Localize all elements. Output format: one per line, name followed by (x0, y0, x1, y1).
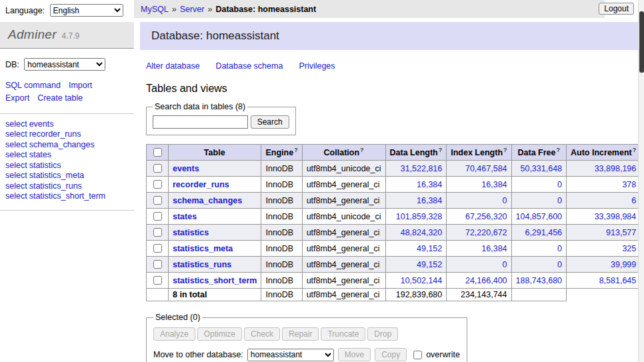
breadcrumb-mysql-link[interactable]: MySQL (141, 5, 169, 14)
data-length-link[interactable]: 31,522,816 (401, 164, 443, 173)
row-checkbox[interactable] (153, 228, 162, 237)
table-name-link[interactable]: schema_changes (173, 196, 242, 205)
index-length-link[interactable]: 67,256,320 (465, 212, 507, 221)
sidebar-table-link[interactable]: statistics (29, 161, 61, 170)
data-length-link[interactable]: 101,859,328 (396, 212, 443, 221)
move-button[interactable]: Move (338, 348, 371, 361)
sidebar-select-link[interactable]: select (5, 119, 27, 129)
index-length-link[interactable]: 70,467,584 (465, 164, 507, 173)
data-free-link[interactable]: 0 (557, 244, 562, 253)
data-free-link[interactable]: 50,331,648 (520, 164, 562, 173)
app-logo[interactable]: Adminer (8, 27, 57, 41)
database-nav-link[interactable]: Privileges (299, 61, 335, 71)
index-length-link[interactable]: 0 (503, 196, 507, 205)
data-length-link[interactable]: 48,824,320 (401, 228, 443, 237)
data-free-cell: 0 (511, 193, 567, 209)
sidebar-table-link[interactable]: recorder_runs (29, 129, 81, 139)
data-length-link[interactable]: 49,152 (417, 244, 442, 253)
auto-increment-link[interactable]: 33,898,196 (595, 164, 637, 173)
data-length-link[interactable]: 10,502,144 (401, 276, 443, 285)
sidebar-table-link[interactable]: states (29, 150, 51, 159)
auto-increment-link[interactable]: 8,581,645 (599, 276, 637, 285)
row-checkbox[interactable] (153, 164, 162, 173)
row-checkbox[interactable] (153, 244, 162, 253)
row-checkbox[interactable] (153, 196, 162, 205)
sidebar-select-link[interactable]: select (5, 150, 27, 159)
table-action-button[interactable]: Repair (282, 327, 319, 341)
sidebar-select-link[interactable]: select (5, 191, 27, 201)
auto-increment-link[interactable]: 378 (622, 180, 636, 189)
data-free-link[interactable]: 0 (557, 180, 562, 189)
index-length-link[interactable]: 16,384 (481, 244, 507, 253)
sidebar-link-import[interactable]: Import (69, 81, 92, 90)
row-checkbox[interactable] (153, 260, 162, 269)
sidebar-select-link[interactable]: select (5, 140, 27, 149)
index-length-link[interactable]: 0 (503, 260, 507, 269)
help-link[interactable]: ? (294, 147, 298, 153)
logout-button[interactable]: Logout (599, 3, 634, 15)
sidebar-link-sql-command[interactable]: SQL command (5, 81, 61, 90)
sidebar-table-link[interactable]: events (29, 119, 54, 129)
auto-increment-link[interactable]: 39,999 (611, 260, 636, 269)
search-button[interactable]: Search (251, 115, 289, 129)
data-free-link[interactable]: 104,857,600 (516, 212, 563, 221)
sidebar-link-create-table[interactable]: Create table (37, 93, 83, 103)
help-link[interactable]: ? (439, 147, 443, 153)
sidebar-select-link[interactable]: select (5, 181, 27, 191)
sidebar-select-link[interactable]: select (5, 161, 27, 170)
row-checkbox[interactable] (153, 276, 162, 285)
table-name-link[interactable]: statistics_meta (173, 244, 233, 253)
data-free-link[interactable]: 0 (557, 260, 562, 269)
db-select[interactable]: homeassistant (24, 58, 105, 71)
search-input[interactable] (153, 115, 248, 129)
index-length-link[interactable]: 72,220,672 (465, 228, 507, 237)
data-free-link[interactable]: 6,291,456 (525, 228, 562, 237)
sidebar-table-link[interactable]: statistics_meta (29, 171, 85, 180)
table-name-link[interactable]: statistics_runs (173, 260, 231, 269)
index-length-link[interactable]: 24,166,400 (465, 276, 507, 285)
data-length-link[interactable]: 49,152 (417, 260, 442, 269)
auto-increment-link[interactable]: 325 (622, 244, 636, 253)
help-link[interactable]: ? (503, 147, 507, 153)
sidebar-link-export[interactable]: Export (5, 93, 29, 103)
table-action-button[interactable]: Drop (367, 327, 398, 341)
index-length-link[interactable]: 16,384 (481, 180, 507, 189)
row-checkbox[interactable] (153, 212, 162, 221)
language-select[interactable]: English (50, 4, 123, 17)
copy-button[interactable]: Copy (375, 348, 407, 361)
breadcrumb-server-link[interactable]: Server (180, 5, 205, 14)
sidebar-select-link[interactable]: select (5, 171, 27, 180)
auto-increment-link[interactable]: 33,398,984 (595, 212, 637, 221)
scrollbar-thumb[interactable] (639, 11, 644, 73)
database-nav-link[interactable]: Database schema (216, 61, 283, 71)
help-link[interactable]: ? (360, 147, 364, 153)
row-checkbox[interactable] (153, 180, 162, 189)
auto-increment-link[interactable]: 6 (631, 196, 636, 205)
sidebar-table-link[interactable]: schema_changes (29, 140, 95, 149)
select-all-checkbox[interactable] (153, 148, 162, 157)
database-nav-link[interactable]: Alter database (146, 61, 200, 71)
sidebar-select-link[interactable]: select (5, 129, 27, 139)
move-db-select[interactable]: homeassistant (247, 349, 334, 361)
table-name-link[interactable]: states (173, 212, 197, 221)
total-ghost-cell (567, 289, 644, 301)
help-link[interactable]: ? (633, 147, 637, 153)
auto-increment-link[interactable]: 913,577 (606, 228, 636, 237)
table-name-link[interactable]: statistics_short_term (173, 276, 257, 285)
sidebar-table-link[interactable]: statistics_runs (29, 181, 82, 191)
table-action-button[interactable]: Check (244, 327, 280, 341)
table-action-button[interactable]: Analyze (153, 327, 195, 341)
table-name-link[interactable]: events (173, 164, 199, 173)
overwrite-checkbox[interactable] (413, 351, 422, 359)
data-length-link[interactable]: 16,384 (417, 180, 442, 189)
table-name-link[interactable]: recorder_runs (173, 180, 229, 189)
sidebar-table-link[interactable]: statistics_short_term (29, 191, 106, 201)
data-free-link[interactable]: 0 (557, 196, 562, 205)
table-name-link[interactable]: statistics (173, 228, 209, 237)
vertical-scrollbar[interactable] (638, 0, 644, 362)
table-action-button[interactable]: Truncate (321, 327, 365, 341)
table-action-button[interactable]: Optimize (197, 327, 242, 341)
help-link[interactable]: ? (557, 147, 561, 153)
data-free-link[interactable]: 188,743,680 (516, 276, 563, 285)
data-length-link[interactable]: 16,384 (417, 196, 442, 205)
